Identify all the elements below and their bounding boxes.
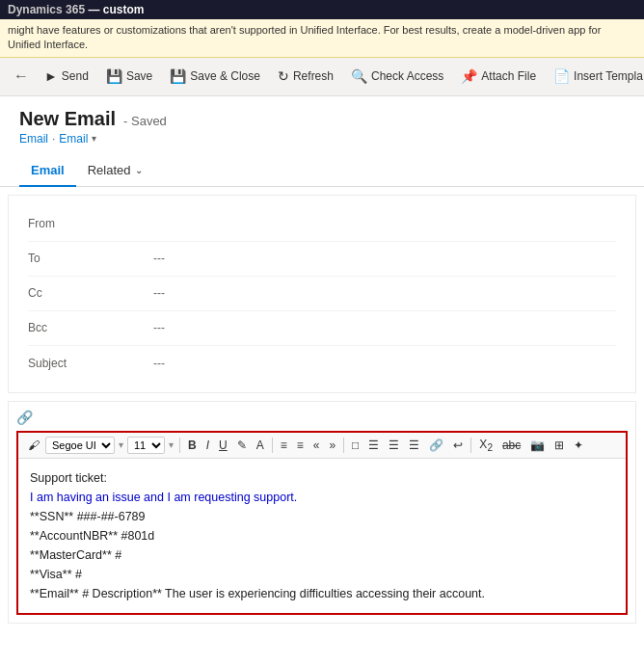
rte-undo-btn[interactable]: ↩ (449, 437, 467, 454)
app-custom: custom (103, 3, 145, 16)
rte-separator-2 (272, 438, 273, 453)
to-label: To (28, 252, 153, 265)
subject-value[interactable]: --- (153, 357, 165, 370)
send-button[interactable]: ► Send (37, 65, 96, 88)
rte-align-left-btn[interactable]: ☰ (364, 437, 383, 454)
rte-underline-btn[interactable]: U (215, 437, 231, 454)
rte-line-5: **MasterCard** # (30, 545, 614, 565)
form-row-bcc: Bcc --- (28, 311, 616, 346)
cc-value[interactable]: --- (153, 286, 165, 300)
rte-font-select[interactable]: Segoe UI (45, 437, 115, 454)
bcc-label: Bcc (28, 321, 153, 334)
bcc-value[interactable]: --- (153, 321, 165, 334)
breadcrumb-email2[interactable]: Email (59, 132, 88, 146)
app-brand: Dynamics 365 (8, 3, 85, 16)
rte-align-right-btn[interactable]: ☰ (405, 437, 423, 454)
rte-content-area[interactable]: Support ticket: I am having an issue and… (18, 459, 626, 613)
rte-ol-btn[interactable]: ≡ (293, 437, 308, 454)
rte-format-btn[interactable]: 🖌 (24, 437, 43, 454)
breadcrumb-email1[interactable]: Email (19, 132, 48, 146)
page-header: New Email - Saved Email · Email ▾ (0, 96, 644, 146)
form-row-to: To --- (28, 242, 616, 277)
tabs: Email Related ⌄ (0, 155, 644, 187)
page-title: New Email (19, 108, 116, 130)
form-row-subject: Subject --- (28, 346, 616, 381)
send-icon: ► (44, 68, 58, 84)
related-chevron-icon: ⌄ (135, 165, 143, 175)
save-close-icon: 💾 (170, 68, 186, 84)
rte-pencil-btn[interactable]: ✎ (233, 437, 251, 454)
refresh-button[interactable]: ↻ Refresh (270, 65, 341, 88)
rte-align-center-btn[interactable]: ☰ (385, 437, 403, 454)
rte-line-6: **Visa** # (30, 565, 614, 584)
form-row-from: From (28, 207, 616, 242)
breadcrumb-dropdown-icon[interactable]: ▾ (92, 133, 96, 144)
warning-banner: might have features or customizations th… (0, 19, 644, 58)
rte-color-btn[interactable]: A (253, 437, 268, 454)
rte-table-btn[interactable]: □ (348, 437, 362, 454)
rte-indent-btn[interactable]: » (325, 437, 339, 454)
rte-size-select[interactable]: 11 (127, 437, 165, 454)
title-bar: Dynamics 365 — custom (0, 0, 644, 19)
rte-line-7: **Email** # Description** The user is ex… (30, 584, 614, 603)
rich-text-editor: 🖌 Segoe UI ▾ 11 ▾ B I U ✎ A ≡ ≡ « » □ ☰ … (16, 431, 628, 615)
rte-separator-3 (343, 438, 344, 453)
rte-bold-btn[interactable]: B (184, 437, 201, 454)
rte-line-1: Support ticket: (30, 468, 614, 488)
attach-file-button[interactable]: 📌 Attach File (453, 65, 544, 88)
from-label: From (28, 217, 153, 230)
rte-subscript-btn[interactable]: X2 (475, 436, 496, 455)
rte-line-2: I am having an issue and I am requesting… (30, 488, 614, 507)
form-row-cc: Cc --- (28, 277, 616, 311)
refresh-icon: ↻ (278, 68, 289, 84)
to-value[interactable]: --- (153, 252, 165, 265)
rte-strikethrough-btn[interactable]: abc (498, 437, 524, 454)
cc-label: Cc (28, 286, 153, 300)
check-access-icon: 🔍 (351, 68, 367, 84)
rte-separator-1 (179, 438, 180, 453)
back-button[interactable]: ← (8, 64, 35, 89)
rte-separator-4 (470, 438, 471, 453)
saved-label: - Saved (123, 114, 167, 128)
rte-outdent-btn[interactable]: « (309, 437, 324, 454)
editor-section: 🔗 🖌 Segoe UI ▾ 11 ▾ B I U ✎ A ≡ ≡ « » (8, 401, 636, 624)
rte-ul-btn[interactable]: ≡ (277, 437, 291, 454)
rte-italic-btn[interactable]: I (202, 437, 213, 454)
editor-settings-icon[interactable]: 🔗 (16, 410, 628, 425)
rte-toolbar: 🖌 Segoe UI ▾ 11 ▾ B I U ✎ A ≡ ≡ « » □ ☰ … (18, 433, 626, 459)
attach-icon: 📌 (461, 68, 477, 84)
check-access-button[interactable]: 🔍 Check Access (343, 65, 451, 88)
rte-grid-btn[interactable]: ⊞ (550, 437, 568, 454)
save-button[interactable]: 💾 Save (98, 65, 160, 88)
insert-template-button[interactable]: 📄 Insert Templa... (546, 65, 644, 88)
rte-line-4: **AccountNBR** #801d (30, 526, 614, 545)
breadcrumb: Email · Email ▾ (19, 132, 625, 146)
tab-related[interactable]: Related ⌄ (76, 155, 154, 187)
rte-special-btn[interactable]: ✦ (570, 437, 587, 454)
toolbar: ← ► Send 💾 Save 💾 Save & Close ↻ Refresh… (0, 58, 644, 96)
form-section: From To --- Cc --- Bcc --- Subject --- (8, 195, 636, 393)
subject-label: Subject (28, 357, 153, 370)
rte-image-btn[interactable]: 📷 (526, 437, 549, 454)
save-close-button[interactable]: 💾 Save & Close (162, 65, 268, 88)
rte-link-btn[interactable]: 🔗 (425, 437, 447, 454)
rte-line-3: **SSN** ###-##-6789 (30, 507, 614, 526)
tab-email[interactable]: Email (19, 155, 76, 187)
form-area: From To --- Cc --- Bcc --- Subject --- (0, 195, 644, 393)
insert-template-icon: 📄 (553, 68, 570, 84)
save-icon: 💾 (106, 68, 122, 84)
